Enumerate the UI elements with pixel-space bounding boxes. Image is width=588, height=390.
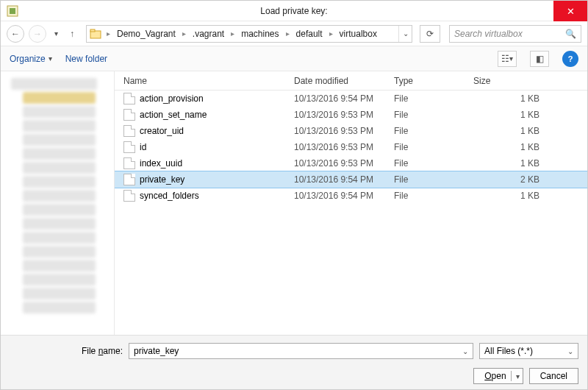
file-name: action_provision: [140, 93, 294, 104]
search-input[interactable]: Search virtualbox 🔍: [449, 25, 581, 43]
breadcrumb-part[interactable]: machines: [240, 29, 280, 39]
column-date[interactable]: Date modified: [294, 76, 394, 86]
file-type: File: [394, 158, 473, 169]
chevron-right-icon: ▸: [229, 29, 237, 38]
chevron-right-icon: ▸: [104, 29, 112, 38]
file-icon: [123, 125, 135, 137]
content-area: Name Date modified Type Size action_prov…: [1, 71, 587, 335]
new-folder-button[interactable]: New folder: [65, 54, 107, 64]
column-size[interactable]: Size: [473, 76, 554, 86]
file-rows: action_provision10/13/2016 9:54 PMFile1 …: [115, 91, 587, 335]
file-type: File: [394, 191, 473, 201]
help-button[interactable]: ?: [562, 51, 578, 67]
app-icon: [7, 5, 18, 17]
cancel-button[interactable]: Cancel: [529, 368, 578, 384]
breadcrumb-part[interactable]: .vagrant: [191, 29, 226, 39]
file-size: 1 KB: [473, 191, 547, 201]
chevron-right-icon: ▸: [180, 29, 188, 38]
file-type: File: [394, 110, 473, 120]
file-date: 10/13/2016 9:53 PM: [294, 142, 394, 152]
file-type-filter[interactable]: All Files (*.*) ⌄: [479, 343, 578, 359]
breadcrumb-part[interactable]: virtualbox: [338, 29, 379, 39]
file-row[interactable]: id10/13/2016 9:53 PMFile1 KB: [115, 139, 587, 155]
file-type: File: [394, 126, 473, 136]
back-button[interactable]: ←: [7, 25, 24, 43]
file-row[interactable]: private_key10/13/2016 9:54 PMFile2 KB: [115, 171, 587, 188]
refresh-button[interactable]: ⟳: [420, 25, 440, 43]
file-size: 2 KB: [473, 174, 547, 185]
file-name: index_uuid: [140, 158, 294, 169]
file-row[interactable]: synced_folders10/13/2016 9:54 PMFile1 KB: [115, 188, 587, 204]
file-icon: [123, 109, 135, 121]
file-date: 10/13/2016 9:53 PM: [294, 110, 394, 120]
file-icon: [123, 157, 135, 169]
chevron-right-icon: ▸: [327, 29, 335, 38]
file-date: 10/13/2016 9:54 PM: [294, 191, 394, 201]
breadcrumb[interactable]: ▸ Demo_Vagrant ▸ .vagrant ▸ machines ▸ d…: [86, 25, 412, 43]
file-size: 1 KB: [473, 142, 547, 152]
file-size: 1 KB: [473, 158, 547, 169]
file-size: 1 KB: [473, 126, 547, 136]
chevron-down-icon: ⌄: [567, 347, 573, 355]
window-title: Load private key:: [260, 6, 327, 16]
file-date: 10/13/2016 9:54 PM: [294, 174, 394, 185]
footer: File name: private_key ⌄ All Files (*.*)…: [1, 335, 587, 389]
file-date: 10/13/2016 9:54 PM: [294, 93, 394, 104]
file-type: File: [394, 142, 473, 152]
toolbar: Organize ▾ New folder ☷ ▾ ◧ ?: [1, 46, 587, 71]
up-button[interactable]: ↑: [65, 25, 79, 43]
view-options-button[interactable]: ☷ ▾: [498, 51, 517, 67]
file-name: private_key: [140, 174, 294, 185]
filename-label: File name:: [76, 346, 123, 356]
file-icon: [123, 174, 135, 185]
file-type: File: [394, 93, 473, 104]
file-list-pane: Name Date modified Type Size action_prov…: [115, 71, 587, 335]
file-row[interactable]: action_provision10/13/2016 9:54 PMFile1 …: [115, 91, 587, 107]
breadcrumb-part[interactable]: Demo_Vagrant: [115, 29, 177, 39]
breadcrumb-dropdown[interactable]: ⌄: [398, 26, 412, 42]
file-row[interactable]: creator_uid10/13/2016 9:53 PMFile1 KB: [115, 123, 587, 139]
column-headers[interactable]: Name Date modified Type Size: [115, 71, 587, 91]
svg-rect-3: [90, 29, 95, 32]
search-icon: 🔍: [565, 29, 576, 39]
file-name: action_set_name: [140, 110, 294, 120]
close-button[interactable]: ✕: [553, 1, 587, 21]
title-bar: Load private key: ✕: [1, 1, 587, 21]
column-name[interactable]: Name: [123, 76, 294, 86]
file-size: 1 KB: [473, 110, 547, 120]
history-dropdown[interactable]: ▾: [51, 25, 61, 43]
file-date: 10/13/2016 9:53 PM: [294, 158, 394, 169]
preview-pane-button[interactable]: ◧: [530, 51, 549, 67]
file-icon: [123, 141, 135, 153]
open-button[interactable]: Open▾: [473, 368, 523, 384]
folder-tree[interactable]: [1, 71, 115, 335]
chevron-right-icon: ▸: [284, 29, 292, 38]
forward-button[interactable]: →: [29, 25, 46, 43]
chevron-down-icon: ▾: [49, 54, 52, 63]
svg-rect-1: [10, 8, 15, 14]
chevron-down-icon[interactable]: ▾: [516, 372, 520, 380]
file-date: 10/13/2016 9:53 PM: [294, 126, 394, 136]
file-name: creator_uid: [140, 126, 294, 136]
file-name: id: [140, 142, 294, 152]
filename-input[interactable]: private_key ⌄: [129, 343, 473, 359]
file-type: File: [394, 174, 473, 185]
folder-icon: [90, 28, 101, 40]
organize-menu[interactable]: Organize ▾: [10, 54, 52, 64]
breadcrumb-part[interactable]: default: [295, 29, 324, 39]
file-row[interactable]: index_uuid10/13/2016 9:53 PMFile1 KB: [115, 155, 587, 171]
file-size: 1 KB: [473, 93, 547, 104]
file-name: synced_folders: [140, 191, 294, 201]
column-type[interactable]: Type: [394, 76, 473, 86]
nav-bar: ← → ▾ ↑ ▸ Demo_Vagrant ▸ .vagrant ▸ mach…: [1, 21, 587, 46]
file-row[interactable]: action_set_name10/13/2016 9:53 PMFile1 K…: [115, 107, 587, 123]
chevron-down-icon[interactable]: ⌄: [462, 347, 468, 355]
search-placeholder: Search virtualbox: [454, 29, 565, 39]
file-icon: [123, 93, 135, 104]
file-icon: [123, 190, 135, 202]
